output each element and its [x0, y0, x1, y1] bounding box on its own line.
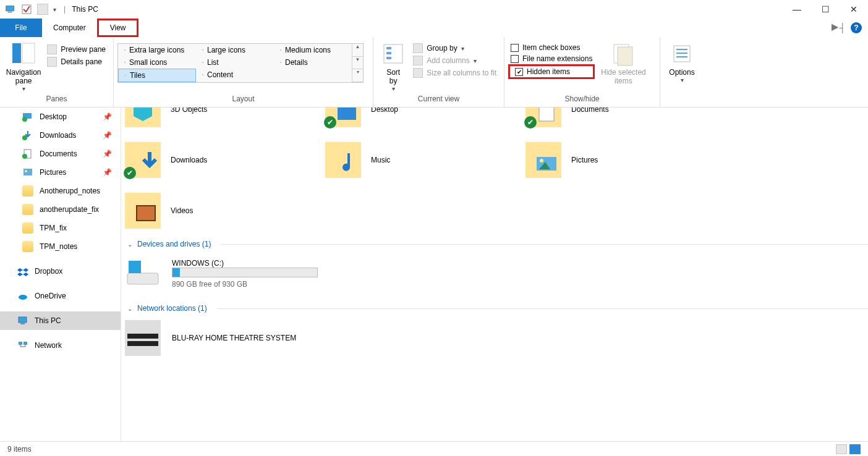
navigation-pane-button[interactable]: Navigation pane ▾: [4, 40, 43, 92]
folder-tile-pictures[interactable]: Pictures: [525, 140, 711, 180]
add-columns-icon: [413, 56, 423, 65]
layout-sm-label: Small icons: [129, 58, 167, 67]
tree-item-documents[interactable]: Documents📌: [0, 145, 121, 163]
view-details-icon[interactable]: [836, 444, 847, 454]
divider: [217, 308, 868, 309]
svg-point-19: [19, 295, 27, 300]
desktop-icon: [22, 111, 33, 122]
tab-computer[interactable]: Computer: [42, 19, 97, 37]
tree-item-folder[interactable]: anotherupdate_fix: [0, 200, 121, 219]
drive-tile-windows-c[interactable]: WINDOWS (C:) 890 GB free of 930 GB: [125, 252, 868, 295]
preview-pane-button[interactable]: Preview pane: [43, 43, 109, 56]
group-by-label: Group by: [427, 44, 457, 53]
svg-rect-31: [325, 142, 361, 178]
add-columns-label: Add columns: [427, 56, 469, 65]
group-by-button[interactable]: Group by▾: [409, 42, 500, 54]
layout-tiles[interactable]: Tiles: [118, 69, 196, 82]
ribbon-group-options-label: [664, 101, 700, 107]
details-pane-label: Details pane: [61, 57, 102, 66]
tree-item-onedrive[interactable]: OneDrive: [0, 287, 121, 305]
qat-item-icon[interactable]: [37, 4, 48, 15]
network-locations-header[interactable]: ⌄Network locations (1): [125, 295, 868, 316]
tile-label: Music: [371, 156, 390, 164]
tree-item-network[interactable]: Network: [0, 336, 121, 355]
item-check-boxes-checkbox[interactable]: Item check boxes: [508, 42, 595, 53]
tree-item-label: Anotherupd_notes: [40, 187, 100, 195]
quick-access-toolbar: ▾: [0, 4, 61, 15]
layout-content[interactable]: Content: [196, 69, 274, 81]
tree-item-folder[interactable]: Anotherupd_notes: [0, 182, 121, 200]
layout-small-icons[interactable]: Small icons: [118, 56, 196, 69]
pictures-folder-icon: [525, 142, 561, 178]
tree-item-label: TPM_fix: [40, 224, 67, 232]
qat-dropdown-icon[interactable]: ▾: [53, 6, 56, 13]
size-all-columns-button: Size all columns to fit: [409, 67, 500, 79]
svg-rect-3: [12, 43, 21, 63]
folder-tile-3d-objects[interactable]: 3D Objects: [125, 108, 310, 130]
file-name-extensions-label: File name extensions: [522, 54, 592, 63]
svg-rect-39: [127, 273, 158, 284]
layout-xl-label: Extra large icons: [129, 46, 184, 54]
layout-icon: [202, 62, 203, 63]
qat-checkbox-icon[interactable]: [21, 4, 32, 15]
hidden-items-checkbox[interactable]: ✔Hidden items: [513, 66, 590, 77]
folder-tile-music[interactable]: Music: [325, 140, 511, 180]
this-pc-icon: [17, 315, 28, 326]
minimize-button[interactable]: ―: [783, 0, 811, 19]
close-button[interactable]: ✕: [840, 0, 868, 19]
tab-file[interactable]: File: [0, 19, 42, 37]
tree-item-desktop[interactable]: Desktop📌: [0, 108, 121, 126]
layout-large-icons[interactable]: Large icons: [196, 44, 274, 56]
tree-item-folder[interactable]: TPM_notes: [0, 237, 121, 256]
tree-item-this-pc[interactable]: This PC: [0, 311, 121, 330]
view-tiles-icon[interactable]: [849, 444, 861, 454]
layout-gallery-scroll[interactable]: ▲▼▾: [352, 44, 363, 82]
hidden-items-label: Hidden items: [527, 67, 570, 76]
drive-usage-fill: [172, 268, 180, 277]
details-pane-button[interactable]: Details pane: [43, 56, 109, 68]
tab-view-label: View: [110, 23, 126, 32]
drive-free-text: 890 GB free of 930 GB: [172, 280, 318, 289]
drive-name: WINDOWS (C:): [172, 259, 318, 268]
tab-view[interactable]: View: [97, 19, 139, 37]
network-device-tile[interactable]: BLU-RAY HOME THEATRE SYSTEM: [125, 316, 868, 360]
ribbon-group-currentview-label: Current view: [377, 92, 500, 107]
size-columns-icon: [413, 68, 423, 78]
ribbon-group-options: Options ▾: [660, 37, 704, 107]
add-columns-button: Add columns▾: [409, 54, 500, 67]
svg-rect-8: [386, 57, 391, 59]
sort-by-button[interactable]: Sort by ▾: [377, 40, 409, 92]
layout-det-label: Details: [285, 58, 308, 67]
layout-details[interactable]: Details: [274, 56, 352, 69]
svg-rect-0: [6, 6, 14, 11]
chevron-down-icon: ▾: [474, 57, 477, 64]
layout-medium-icons[interactable]: Medium icons: [274, 44, 352, 56]
layout-extra-large-icons[interactable]: Extra large icons: [118, 44, 196, 56]
devices-and-drives-header[interactable]: ⌄Devices and drives (1): [125, 231, 868, 252]
status-bar: 9 items: [0, 441, 868, 456]
minimize-ribbon-icon[interactable]: ⯈┤: [831, 23, 846, 33]
folder-tile-documents[interactable]: ✔Documents: [525, 108, 711, 130]
maximize-button[interactable]: ☐: [811, 0, 840, 19]
ribbon-group-layout-label: Layout: [117, 92, 369, 107]
options-button[interactable]: Options ▾: [664, 40, 700, 83]
svg-rect-21: [20, 323, 25, 324]
folder-tile-desktop[interactable]: ✔Desktop: [325, 108, 511, 130]
videos-folder-icon: [125, 193, 161, 229]
tree-item-downloads[interactable]: Downloads📌: [0, 126, 121, 145]
tree-item-pictures[interactable]: Pictures📌: [0, 163, 121, 182]
ribbon-group-layout: Extra large icons Small icons Tiles Larg…: [114, 37, 373, 107]
sync-badge-icon: ✔: [124, 167, 136, 179]
ribbon: Navigation pane ▾ Preview pane Details p…: [0, 37, 868, 108]
layout-list[interactable]: List: [196, 56, 274, 69]
tree-item-folder[interactable]: TPM_fix: [0, 219, 121, 237]
network-device-label: BLU-RAY HOME THEATRE SYSTEM: [172, 334, 296, 342]
folder-tile-downloads[interactable]: ✔Downloads: [125, 140, 310, 180]
content-pane[interactable]: 3D Objects ✔Desktop ✔Documents ✔Download…: [121, 108, 868, 441]
help-icon[interactable]: ?: [851, 22, 862, 33]
ribbon-group-showhide-label: Show/hide: [508, 92, 656, 107]
file-name-extensions-checkbox[interactable]: File name extensions: [508, 53, 595, 64]
folder-tile-videos[interactable]: Videos: [125, 190, 310, 231]
tree-item-dropbox[interactable]: Dropbox: [0, 262, 121, 281]
navigation-tree[interactable]: Desktop📌 Downloads📌 Documents📌 Pictures📌…: [0, 108, 121, 441]
